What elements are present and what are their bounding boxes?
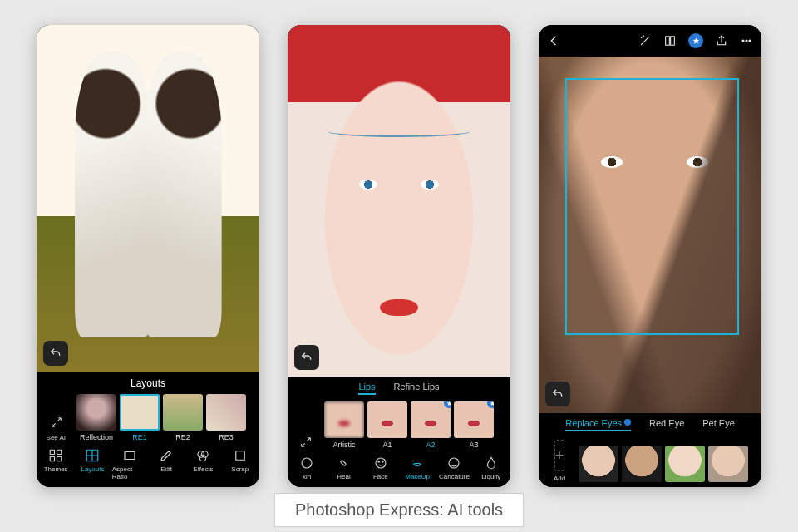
screen-makeup: Lips Refine Lips Artistic A1 ★A2 ★A3 kin…: [288, 25, 510, 487]
thumbnail-strip: + Add: [539, 435, 761, 487]
undo-button[interactable]: [545, 382, 570, 406]
section-title: Layouts: [37, 372, 259, 391]
bottom-toolbar: Themes Layouts Aspect Ratio Edit Effects…: [37, 443, 259, 487]
eye-thumb-1[interactable]: [579, 446, 618, 482]
tab-pet-eye[interactable]: Pet Eye: [702, 418, 735, 431]
svg-rect-0: [50, 450, 54, 454]
svg-rect-9: [236, 451, 245, 461]
tool-liquify[interactable]: Liquify: [474, 456, 509, 480]
bottom-toolbar: kin Heal Face MakeUp Caricature Liquify: [288, 451, 510, 487]
thumb-a2[interactable]: ★A2: [411, 401, 451, 449]
thumb-a3[interactable]: ★A3: [454, 401, 494, 449]
tab-refine-lips[interactable]: Refine Lips: [394, 382, 440, 395]
svg-point-14: [382, 461, 383, 463]
thumb-reflection[interactable]: Reflection: [76, 394, 116, 441]
thumbnail-strip: See All Reflection RE1 RE2 RE3: [37, 391, 259, 443]
tool-edit[interactable]: Edit: [149, 448, 184, 480]
premium-star-icon[interactable]: [688, 33, 703, 48]
undo-button[interactable]: [43, 341, 68, 366]
thumb-artistic[interactable]: Artistic: [324, 401, 364, 449]
svg-point-18: [742, 40, 744, 42]
svg-point-10: [302, 458, 312, 468]
thumb-re1[interactable]: RE1: [120, 394, 160, 441]
add-button[interactable]: + Add: [544, 440, 575, 482]
tool-effects[interactable]: Effects: [185, 448, 220, 480]
undo-button[interactable]: [294, 345, 319, 370]
canvas[interactable]: [539, 57, 761, 413]
see-all-button[interactable]: See All: [40, 416, 73, 441]
compare-icon[interactable]: [663, 34, 677, 47]
subtool-tabs: Lips Refine Lips: [288, 377, 510, 398]
tool-aspect-ratio[interactable]: Aspect Ratio: [112, 448, 147, 480]
eye-thumb-3[interactable]: [665, 446, 705, 482]
thumb-re3[interactable]: RE3: [206, 394, 246, 441]
top-bar: [539, 25, 761, 57]
canvas[interactable]: [37, 25, 259, 372]
svg-rect-17: [671, 37, 675, 46]
magic-wand-icon[interactable]: [638, 34, 652, 47]
svg-rect-5: [125, 452, 135, 460]
tool-makeup[interactable]: MakeUp: [400, 456, 435, 480]
thumbnail-strip: Artistic A1 ★A2 ★A3: [288, 398, 510, 451]
tab-red-eye[interactable]: Red Eye: [649, 418, 684, 431]
tool-themes[interactable]: Themes: [38, 448, 73, 480]
tool-caricature[interactable]: Caricature: [436, 456, 471, 480]
tool-face[interactable]: Face: [363, 456, 398, 480]
canvas[interactable]: [288, 25, 510, 377]
share-icon[interactable]: [715, 34, 728, 47]
tool-scrap[interactable]: Scrap: [223, 448, 258, 480]
svg-point-19: [746, 40, 747, 42]
svg-point-8: [200, 455, 207, 461]
svg-point-12: [376, 458, 386, 468]
caption-label: Photoshop Express: AI tools: [274, 493, 524, 527]
svg-rect-3: [57, 457, 62, 461]
svg-rect-1: [57, 450, 62, 454]
more-icon[interactable]: [740, 34, 753, 47]
svg-point-7: [202, 451, 209, 458]
eye-thumb-4[interactable]: [708, 446, 748, 482]
screen-eyes: Replace Eyes Red Eye Pet Eye + Add: [539, 25, 761, 487]
svg-point-20: [749, 40, 751, 42]
tool-skin[interactable]: kin: [289, 456, 324, 480]
tool-heal[interactable]: Heal: [326, 456, 361, 480]
tool-layouts[interactable]: Layouts: [75, 448, 110, 480]
back-button[interactable]: [547, 34, 560, 47]
screen-layouts: Layouts See All Reflection RE1 RE2 RE3 T…: [37, 25, 259, 487]
preview-image: [37, 25, 259, 372]
tab-lips[interactable]: Lips: [358, 382, 375, 395]
svg-rect-11: [341, 460, 347, 466]
eye-thumb-2[interactable]: [622, 446, 662, 482]
thumb-re2[interactable]: RE2: [163, 394, 203, 441]
premium-badge: [624, 419, 631, 426]
svg-rect-2: [50, 457, 54, 461]
preview-image: [288, 25, 510, 377]
expand-button[interactable]: [291, 436, 321, 449]
subtool-tabs: Replace Eyes Red Eye Pet Eye: [539, 413, 761, 435]
tab-replace-eyes[interactable]: Replace Eyes: [565, 418, 631, 431]
svg-rect-16: [666, 37, 670, 46]
svg-point-13: [378, 461, 380, 463]
face-crop-box[interactable]: [565, 78, 739, 335]
thumb-a1[interactable]: A1: [367, 401, 407, 449]
